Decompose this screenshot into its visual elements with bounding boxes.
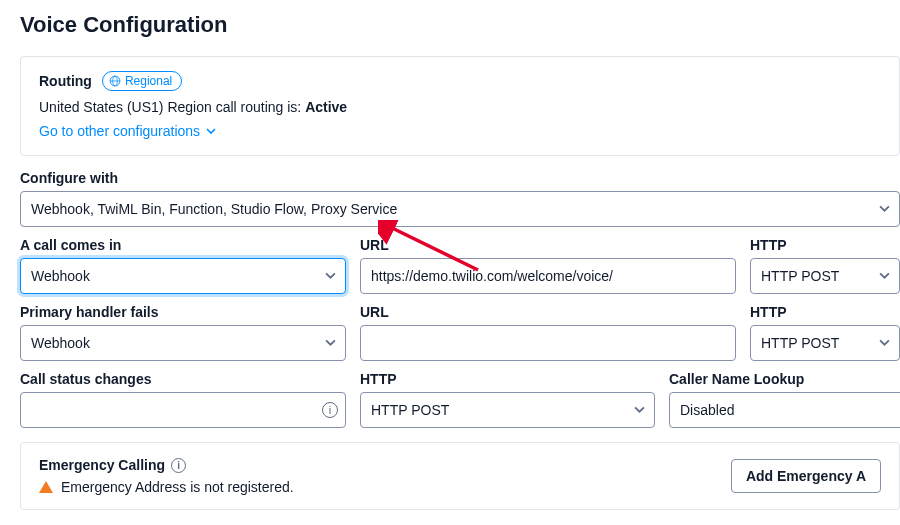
primary-fails-label: Primary handler fails [20,304,346,320]
call-comes-in-label: A call comes in [20,237,346,253]
globe-icon [109,75,121,87]
add-emergency-button[interactable]: Add Emergency A [731,459,881,493]
primary-fails-http-select[interactable] [750,325,900,361]
primary-fails-http-label: HTTP [750,304,900,320]
call-comes-in-http-label: HTTP [750,237,900,253]
configure-with-label: Configure with [20,170,900,186]
emergency-subtitle: Emergency Address is not registered. [39,479,294,495]
caller-lookup-label: Caller Name Lookup [669,371,900,387]
primary-fails-url-input[interactable] [360,325,736,361]
call-status-input[interactable] [20,392,346,428]
call-comes-in-url-input[interactable] [360,258,736,294]
routing-status: United States (US1) Region call routing … [39,97,881,117]
emergency-title: Emergency Calling i [39,457,294,473]
emergency-card: Emergency Calling i Emergency Address is… [20,442,900,510]
other-configurations-link[interactable]: Go to other configurations [39,123,216,139]
primary-fails-url-label: URL [360,304,736,320]
call-status-http-label: HTTP [360,371,655,387]
routing-status-value: Active [305,99,347,115]
configure-with-select[interactable]: Webhook, TwiML Bin, Function, Studio Flo… [20,191,900,227]
call-comes-in-http-select[interactable] [750,258,900,294]
call-status-label: Call status changes [20,371,346,387]
call-comes-in-select[interactable] [20,258,346,294]
primary-fails-select[interactable] [20,325,346,361]
page-title: Voice Configuration [20,12,900,38]
regional-badge[interactable]: Regional [102,71,182,91]
call-comes-in-url-label: URL [360,237,736,253]
info-icon[interactable]: i [171,458,186,473]
routing-heading: Routing [39,73,92,89]
regional-badge-label: Regional [125,73,172,89]
routing-card: Routing Regional United States (US1) Reg… [20,56,900,156]
caller-lookup-select[interactable] [669,392,900,428]
chevron-down-icon [206,126,216,136]
info-icon[interactable]: i [322,402,338,418]
warning-icon [39,481,53,493]
call-status-http-select[interactable] [360,392,655,428]
